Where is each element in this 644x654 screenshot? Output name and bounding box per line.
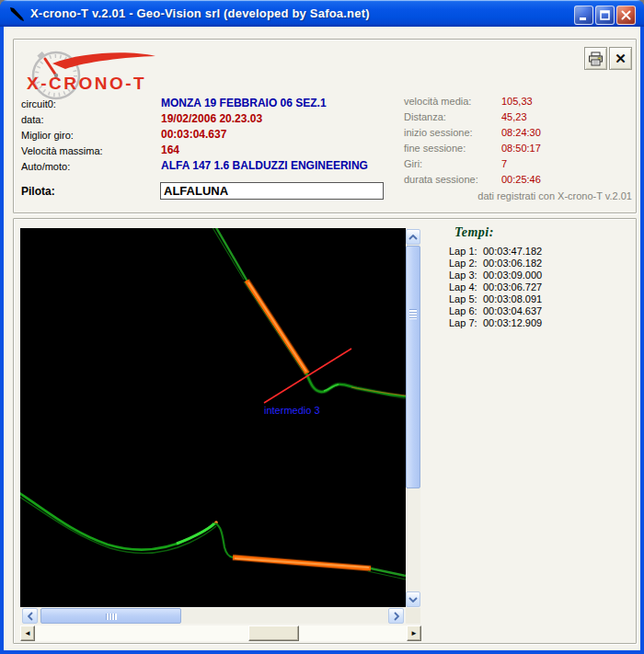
- logo-text: X-CRONO-T: [27, 74, 146, 93]
- app-window: X-crono-T v.2.01 - Geo-Vision srl (devel…: [0, 0, 644, 654]
- value-inizio-sessione: 08:24:30: [501, 127, 541, 138]
- label-fine-sessione: fine sessione:: [404, 143, 466, 154]
- thumb-grip: [409, 309, 417, 319]
- client-area: X-CRONO-T ✕ circuit0: data: Miglior gir: [4, 27, 640, 650]
- thumb-grip: [106, 614, 117, 620]
- value-giri: 7: [501, 158, 507, 169]
- lap-row-7: Lap 7:00:03:12.909: [449, 317, 542, 329]
- map-panel: intermedio 3: [13, 218, 637, 644]
- lap-time: 00:03:06.182: [483, 258, 542, 269]
- print-button[interactable]: [584, 47, 607, 70]
- lap-row-2: Lap 2:00:03:06.182: [449, 258, 542, 270]
- scroll-left-button[interactable]: [22, 608, 38, 624]
- track-map[interactable]: intermedio 3: [20, 228, 406, 607]
- label-miglior-giro: Miglior giro:: [21, 130, 74, 141]
- scroll-up-button[interactable]: [406, 229, 420, 245]
- label-inizio-sessione: inizio sessione:: [404, 127, 473, 138]
- registered-note: dati registrati con X-crono-T v.2.01: [400, 190, 632, 201]
- label-auto-moto: Auto/moto:: [21, 161, 70, 172]
- close-icon: [619, 8, 633, 22]
- value-velocita-media: 105,33: [501, 96, 533, 107]
- minimize-button[interactable]: [574, 6, 593, 25]
- scrollbar-corner: [406, 608, 420, 624]
- value-auto-moto: ALFA 147 1.6 BALDUZZI ENGINEERING: [161, 159, 368, 172]
- horizontal-scroll-thumb[interactable]: [40, 608, 181, 624]
- outer-scroll-thumb[interactable]: [248, 625, 299, 641]
- vertical-scroll-thumb[interactable]: [406, 246, 420, 488]
- pilot-input[interactable]: [160, 182, 384, 200]
- chevron-down-icon: [408, 597, 418, 602]
- outer-scroll-left-button[interactable]: ◄: [20, 625, 35, 641]
- value-data: 19/02/2006 20.23.03: [161, 112, 262, 125]
- lap-time: 00:03:09.000: [483, 270, 542, 281]
- lap-time: 00:03:08.091: [483, 293, 542, 304]
- printer-icon: [588, 52, 604, 66]
- map-vertical-scrollbar[interactable]: [406, 229, 420, 607]
- lap-time: 00:03:12.909: [483, 317, 542, 328]
- title-bar: X-crono-T v.2.01 - Geo-Vision srl (devel…: [0, 0, 644, 27]
- label-distanza: Distanza:: [404, 111, 446, 122]
- chevron-up-icon: [408, 235, 418, 240]
- lap-time: 00:03:04.637: [483, 305, 542, 316]
- label-durata-sessione: durata sessione:: [404, 174, 478, 185]
- value-circuit: MONZA 19 FEBBRAIO 06 SEZ.1: [161, 97, 327, 109]
- lap-row-1: Lap 1:00:03:47.182: [449, 246, 542, 258]
- lap-time: 00:03:06.727: [483, 281, 542, 293]
- close-window-button[interactable]: [616, 6, 636, 25]
- chevron-right-icon: [394, 612, 399, 621]
- app-icon: [8, 6, 25, 22]
- chevron-left-icon: [28, 612, 33, 621]
- minimize-icon: [577, 8, 591, 22]
- sector-label: intermedio 3: [264, 405, 320, 416]
- xcrono-logo: X-CRONO-T: [21, 47, 159, 102]
- outer-scroll-right-button[interactable]: ►: [407, 625, 421, 641]
- lap-row-4: Lap 4:00:03:06.727: [449, 281, 542, 293]
- label-giri: Giri:: [404, 158, 422, 169]
- label-pilota: Pilota:: [21, 185, 55, 198]
- maximize-icon: [598, 8, 612, 22]
- value-miglior-giro: 00:03:04.637: [161, 128, 226, 141]
- close-report-button[interactable]: ✕: [609, 47, 632, 70]
- window-title: X-crono-T v.2.01 - Geo-Vision srl (devel…: [30, 6, 370, 20]
- lap-row-6: Lap 6:00:03:04.637: [449, 305, 542, 317]
- info-panel: X-CRONO-T ✕ circuit0: data: Miglior gir: [13, 39, 637, 213]
- lap-list: Lap 1:00:03:47.182 Lap 2:00:03:06.182 La…: [449, 246, 542, 329]
- label-data: data:: [21, 114, 43, 125]
- scroll-down-button[interactable]: [406, 591, 420, 607]
- track-map-svg: intermedio 3: [20, 228, 406, 607]
- lap-row-3: Lap 3:00:03:09.000: [449, 270, 542, 281]
- close-x-icon: ✕: [615, 52, 627, 65]
- label-circuit: circuit0:: [21, 98, 56, 109]
- outer-horizontal-scrollbar[interactable]: ◄ ►: [20, 625, 421, 641]
- scroll-right-button[interactable]: [388, 608, 404, 624]
- maximize-button[interactable]: [595, 6, 615, 25]
- map-horizontal-scrollbar[interactable]: [22, 608, 404, 624]
- tempi-title: Tempi:: [454, 225, 494, 240]
- label-velocita-media: velocità media:: [404, 96, 471, 107]
- value-fine-sessione: 08:50:17: [501, 143, 541, 154]
- lap-time: 00:03:47.182: [483, 246, 542, 257]
- value-durata-sessione: 00:25:46: [501, 174, 541, 185]
- lap-row-5: Lap 5:00:03:08.091: [449, 293, 542, 305]
- label-velocita-massima: Velocità massima:: [21, 145, 103, 156]
- value-velocita-massima: 164: [161, 143, 179, 156]
- value-distanza: 45,23: [501, 111, 527, 122]
